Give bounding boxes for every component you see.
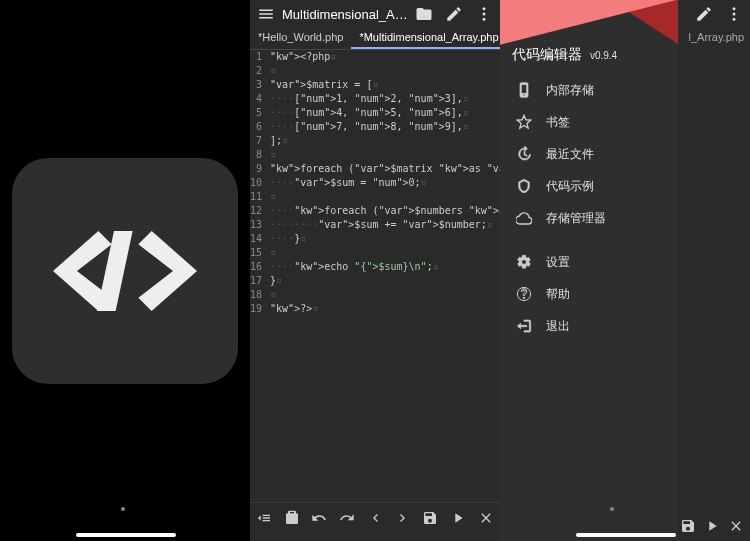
drawer-item-help[interactable]: 帮助	[500, 278, 678, 310]
pencil-icon[interactable]	[442, 2, 466, 26]
clipboard-icon[interactable]	[282, 508, 302, 528]
code-editor[interactable]: 12345678910111213141516171819 "kw"><?php…	[250, 50, 500, 502]
editor-tabs: *Hello_World.php *Multidimensional_Array…	[250, 28, 500, 50]
line-number-gutter: 12345678910111213141516171819	[250, 50, 266, 502]
overflow-icon[interactable]	[722, 2, 746, 26]
arrow-left-icon[interactable]	[365, 508, 385, 528]
star-icon	[516, 114, 532, 130]
save-icon[interactable]	[420, 508, 440, 528]
drawer-item-label: 最近文件	[546, 146, 594, 163]
gear-icon	[516, 254, 532, 270]
play-icon[interactable]	[448, 508, 468, 528]
drawer-item-gear[interactable]: 设置	[500, 246, 678, 278]
bg-tab-label[interactable]: l_Array.php	[683, 28, 750, 50]
drawer-item-cloud[interactable]: 存储管理器	[500, 202, 678, 234]
drawer-app-name: 代码编辑器	[512, 46, 582, 62]
drawer-version: v0.9.4	[590, 50, 617, 61]
svg-point-3	[483, 18, 486, 21]
page-indicator-dot	[121, 507, 125, 511]
drawer-item-label: 退出	[546, 318, 570, 335]
arrow-right-icon[interactable]	[393, 508, 413, 528]
panel-appicon	[0, 0, 250, 541]
exit-icon	[516, 318, 532, 334]
nav-home-bar[interactable]	[76, 533, 176, 537]
indent-icon[interactable]	[254, 508, 274, 528]
code-area[interactable]: "kw"><?php¤¤"var">$matrix = [¤····["num"…	[266, 50, 500, 502]
close-icon[interactable]	[728, 518, 744, 534]
drawer-item-star[interactable]: 书签	[500, 106, 678, 138]
save-icon[interactable]	[680, 518, 696, 534]
panel-editor: Multidimensional_Array... *Hello_World.p…	[250, 0, 500, 541]
bg-topbar	[692, 0, 750, 28]
svg-point-5	[733, 13, 736, 16]
drawer-item-label: 内部存储	[546, 82, 594, 99]
editor-bottombar	[250, 502, 500, 532]
panel-drawer: l_Array.php 代码编辑器 v0.9.4 内部存储书签最近文件代码示例存…	[500, 0, 750, 541]
overflow-icon[interactable]	[472, 2, 496, 26]
cloud-icon	[516, 210, 532, 226]
svg-point-6	[733, 18, 736, 21]
drawer-item-history[interactable]: 最近文件	[500, 138, 678, 170]
bg-bottombar	[680, 518, 750, 534]
svg-point-1	[483, 7, 486, 10]
editor-title: Multidimensional_Array...	[278, 7, 412, 22]
drawer-item-label: 设置	[546, 254, 570, 271]
pencil-icon[interactable]	[692, 2, 716, 26]
drawer-header: 代码编辑器 v0.9.4	[500, 0, 678, 74]
close-icon[interactable]	[476, 508, 496, 528]
folder-icon[interactable]	[412, 2, 436, 26]
drawer-item-label: 代码示例	[546, 178, 594, 195]
phone-icon	[516, 82, 532, 98]
drawer-item-phone[interactable]: 内部存储	[500, 74, 678, 106]
drawer-item-label: 书签	[546, 114, 570, 131]
nav-home-bar[interactable]	[576, 533, 676, 537]
editor-topbar: Multidimensional_Array...	[250, 0, 500, 28]
svg-point-2	[483, 13, 486, 16]
drawer-item-label: 存储管理器	[546, 210, 606, 227]
drawer-item-sample[interactable]: 代码示例	[500, 170, 678, 202]
navigation-drawer: 代码编辑器 v0.9.4 内部存储书签最近文件代码示例存储管理器 设置帮助退出	[500, 0, 678, 541]
svg-point-4	[733, 7, 736, 10]
code-icon	[45, 221, 205, 321]
play-icon[interactable]	[704, 518, 720, 534]
app-icon	[12, 158, 238, 384]
menu-icon[interactable]	[254, 2, 278, 26]
page-indicator-dot	[610, 507, 614, 511]
tab-hello-world[interactable]: *Hello_World.php	[250, 28, 351, 49]
tab-multidimensional-array[interactable]: *Multidimensional_Array.php	[351, 28, 506, 49]
undo-icon[interactable]	[309, 508, 329, 528]
drawer-item-exit[interactable]: 退出	[500, 310, 678, 342]
drawer-item-label: 帮助	[546, 286, 570, 303]
sample-icon	[516, 178, 532, 194]
redo-icon[interactable]	[337, 508, 357, 528]
help-icon	[516, 286, 532, 302]
history-icon	[516, 146, 532, 162]
